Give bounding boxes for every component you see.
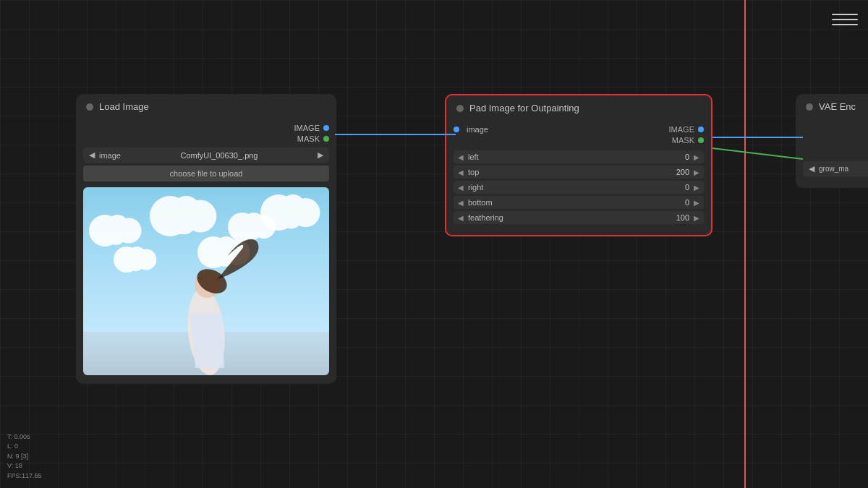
output-image-dot[interactable] bbox=[323, 125, 329, 131]
slider-left-arrow-top[interactable]: ◀ bbox=[458, 168, 464, 176]
slider-value-feathering: 100 bbox=[671, 213, 689, 222]
vae-title: VAE Enc bbox=[819, 101, 856, 112]
pad-input-image-label: image bbox=[467, 125, 488, 134]
status-v: V: 18 bbox=[7, 461, 42, 471]
slider-value-top: 200 bbox=[671, 168, 689, 176]
vae-node: VAE Enc pixels vae mask ◀ grow_ma bbox=[796, 94, 868, 188]
vae-grow-row[interactable]: ◀ grow_ma bbox=[803, 161, 868, 176]
vae-status-dot bbox=[806, 103, 813, 111]
vae-grow-label: grow_ma bbox=[819, 165, 848, 173]
slider-left-arrow-right[interactable]: ◀ bbox=[458, 184, 464, 192]
pad-output-image-port: IMAGE bbox=[669, 125, 704, 134]
slider-label-feathering: feathering bbox=[468, 213, 667, 222]
file-prev-btn[interactable]: ◀ bbox=[89, 150, 95, 160]
status-n: N: 9 [3] bbox=[7, 452, 42, 462]
slider-row-top[interactable]: ◀ top 200 ▶ bbox=[454, 166, 704, 179]
slider-value-left: 0 bbox=[671, 153, 689, 161]
vae-prev-btn[interactable]: ◀ bbox=[809, 164, 814, 174]
file-next-btn[interactable]: ▶ bbox=[318, 150, 323, 160]
pad-image-node: Pad Image for Outpainting image IMAGE MA… bbox=[445, 94, 712, 236]
load-image-title: Load Image bbox=[99, 101, 149, 112]
pad-image-body: image IMAGE MASK ◀ left 0 ▶ ◀ to bbox=[446, 119, 711, 235]
preview-canvas bbox=[83, 187, 329, 375]
pad-input-image-port: image bbox=[454, 125, 488, 134]
slider-value-right: 0 bbox=[671, 183, 689, 192]
slider-row-right[interactable]: ◀ right 0 ▶ bbox=[454, 181, 704, 194]
slider-label-left: left bbox=[468, 153, 667, 161]
load-image-status-dot bbox=[86, 103, 93, 111]
slider-label-top: top bbox=[468, 168, 667, 176]
status-fps: FPS:117.65 bbox=[7, 471, 42, 481]
pad-output-mask-label: MASK bbox=[672, 136, 694, 145]
output-image-label: IMAGE bbox=[294, 124, 320, 132]
load-image-header: Load Image bbox=[76, 94, 336, 118]
output-mask-label: MASK bbox=[297, 134, 320, 143]
slider-row-bottom[interactable]: ◀ bottom 0 ▶ bbox=[454, 196, 704, 209]
slider-label-bottom: bottom bbox=[468, 198, 667, 207]
pad-input-image-dot[interactable] bbox=[454, 127, 459, 132]
load-image-node: Load Image IMAGE MASK ◀ image ComfyUI_00… bbox=[76, 94, 336, 384]
sliders-container: ◀ left 0 ▶ ◀ top 200 ▶ ◀ right 0 ▶ ◀ bot… bbox=[454, 150, 704, 224]
slider-label-right: right bbox=[468, 183, 667, 192]
slider-right-arrow-right[interactable]: ▶ bbox=[694, 184, 699, 192]
slider-row-left[interactable]: ◀ left 0 ▶ bbox=[454, 150, 704, 163]
slider-row-feathering[interactable]: ◀ feathering 100 ▶ bbox=[454, 211, 704, 224]
vae-header: VAE Enc bbox=[796, 94, 868, 118]
slider-right-arrow-feathering[interactable]: ▶ bbox=[694, 214, 699, 222]
file-select-row[interactable]: ◀ image ComfyUI_00630_.png ▶ bbox=[83, 147, 329, 163]
status-l: L: 0 bbox=[7, 442, 42, 452]
vae-body: pixels vae mask ◀ grow_ma bbox=[796, 118, 868, 188]
status-t: T: 0.00s bbox=[7, 432, 42, 442]
slider-right-arrow-left[interactable]: ▶ bbox=[694, 153, 699, 161]
pad-output-image-label: IMAGE bbox=[669, 125, 694, 134]
pad-output-mask-dot[interactable] bbox=[698, 137, 704, 143]
filename-display: ComfyUI_00630_.png bbox=[125, 151, 313, 160]
slider-right-arrow-bottom[interactable]: ▶ bbox=[694, 199, 699, 207]
slider-right-arrow-top[interactable]: ▶ bbox=[694, 168, 699, 176]
slider-left-arrow-bottom[interactable]: ◀ bbox=[458, 199, 464, 207]
image-preview bbox=[83, 187, 329, 375]
menu-button[interactable] bbox=[832, 9, 858, 30]
slider-left-arrow-left[interactable]: ◀ bbox=[458, 153, 464, 161]
pad-image-status-dot bbox=[456, 105, 464, 112]
pad-output-mask-port: MASK bbox=[672, 136, 704, 145]
status-bar: T: 0.00s L: 0 N: 9 [3] V: 18 FPS:117.65 bbox=[7, 432, 42, 481]
slider-left-arrow-feathering[interactable]: ◀ bbox=[458, 214, 464, 222]
pad-image-header: Pad Image for Outpainting bbox=[446, 95, 711, 119]
pad-output-image-dot[interactable] bbox=[698, 127, 704, 132]
upload-button[interactable]: choose file to upload bbox=[83, 166, 329, 181]
output-mask-dot[interactable] bbox=[323, 136, 329, 142]
slider-value-bottom: 0 bbox=[671, 198, 689, 207]
output-mask-port: MASK bbox=[297, 134, 329, 143]
load-image-body: IMAGE MASK ◀ image ComfyUI_00630_.png ▶ … bbox=[76, 118, 336, 384]
output-image-port: IMAGE bbox=[294, 124, 329, 132]
pad-image-title: Pad Image for Outpainting bbox=[469, 103, 579, 114]
